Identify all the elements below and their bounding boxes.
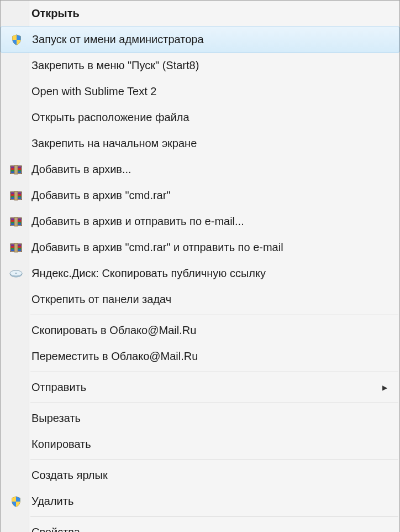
menu-item-label: Вырезать — [31, 412, 393, 425]
menu-item-label: Запуск от имени администратора — [32, 33, 392, 46]
menu-item-label: Добавить в архив и отправить по e-mail..… — [31, 215, 393, 228]
menu-item-добавить-в-архив-cmd-rar[interactable]: Добавить в архив "cmd.rar" — [1, 182, 399, 208]
menu-item-label: Создать ярлык — [31, 469, 393, 482]
shield-icon — [1, 488, 31, 514]
menu-item-добавить-в-архив-cmd-rar-и-отправить-по-[interactable]: Добавить в архив "cmd.rar" и отправить п… — [1, 234, 399, 260]
icon-slot-empty — [1, 519, 31, 532]
context-menu: ОткрытьЗапуск от имени администратораЗак… — [0, 0, 400, 532]
menu-item-label: Открепить от панели задач — [31, 293, 393, 306]
menu-item-label: Закрепить в меню "Пуск" (Start8) — [31, 59, 393, 72]
menu-item-label: Переместить в Облако@Mail.Ru — [31, 350, 393, 363]
submenu-arrow-icon: ▶ — [382, 384, 393, 392]
menu-separator — [30, 372, 398, 372]
icon-slot-empty — [1, 105, 31, 131]
menu-separator — [30, 403, 398, 403]
icon-slot-empty — [1, 405, 31, 431]
icon-slot-empty — [1, 317, 31, 343]
menu-item-закрепить-в-меню-пуск-start8[interactable]: Закрепить в меню "Пуск" (Start8) — [1, 53, 399, 79]
menu-item-label: Яндекс.Диск: Скопировать публичную ссылк… — [31, 267, 393, 280]
menu-item-open-with-sublime-text-2[interactable]: Open with Sublime Text 2 — [1, 79, 399, 105]
menu-item-скопировать-в-облако-mail-ru[interactable]: Скопировать в Облако@Mail.Ru — [1, 317, 399, 343]
winrar-icon — [1, 157, 31, 182]
menu-item-label: Добавить в архив "cmd.rar" и отправить п… — [31, 241, 393, 254]
menu-items-container: ОткрытьЗапуск от имени администратораЗак… — [1, 1, 399, 532]
menu-separator — [30, 315, 398, 315]
menu-item-копировать[interactable]: Копировать — [1, 431, 399, 457]
menu-item-label: Закрепить на начальном экране — [31, 137, 393, 150]
menu-item-label: Свойства — [31, 526, 393, 532]
winrar-icon — [1, 234, 31, 260]
menu-item-открыть-расположение-файла[interactable]: Открыть расположение файла — [1, 105, 399, 131]
menu-item-label: Копировать — [31, 438, 393, 451]
menu-item-label: Добавить в архив "cmd.rar" — [31, 189, 393, 202]
menu-item-открепить-от-панели-задач[interactable]: Открепить от панели задач — [1, 286, 399, 312]
menu-item-создать-ярлык[interactable]: Создать ярлык — [1, 462, 399, 488]
winrar-icon — [1, 182, 31, 208]
icon-slot-empty — [1, 431, 31, 457]
menu-item-добавить-в-архив[interactable]: Добавить в архив... — [1, 157, 399, 182]
menu-item-переместить-в-облако-mail-ru[interactable]: Переместить в Облако@Mail.Ru — [1, 343, 399, 369]
menu-item-label: Скопировать в Облако@Mail.Ru — [31, 324, 393, 337]
disk-icon — [1, 260, 31, 286]
menu-item-label: Отправить — [31, 381, 382, 394]
menu-item-label: Удалить — [31, 495, 393, 508]
menu-separator — [30, 460, 398, 460]
menu-item-вырезать[interactable]: Вырезать — [1, 405, 399, 431]
icon-slot-empty — [1, 374, 31, 400]
menu-item-добавить-в-архив-и-отправить-по-e-mail[interactable]: Добавить в архив и отправить по e-mail..… — [1, 208, 399, 234]
menu-item-label: Открыть — [31, 7, 393, 20]
menu-item-label: Добавить в архив... — [31, 163, 393, 176]
icon-slot-empty — [1, 131, 31, 157]
menu-item-label: Open with Sublime Text 2 — [31, 85, 393, 98]
icon-slot-empty — [1, 53, 31, 79]
menu-item-закрепить-на-начальном-экране[interactable]: Закрепить на начальном экране — [1, 131, 399, 157]
icon-slot-empty — [1, 462, 31, 488]
menu-item-label: Открыть расположение файла — [31, 111, 393, 124]
shield-icon — [1, 27, 32, 52]
menu-separator — [30, 517, 398, 517]
icon-slot-empty — [1, 1, 31, 27]
menu-item-яндекс-диск-скопировать-публичную-ссылку[interactable]: Яндекс.Диск: Скопировать публичную ссылк… — [1, 260, 399, 286]
winrar-icon — [1, 208, 31, 234]
icon-slot-empty — [1, 286, 31, 312]
menu-item-отправить[interactable]: Отправить▶ — [1, 374, 399, 400]
icon-slot-empty — [1, 79, 31, 105]
menu-item-открыть[interactable]: Открыть — [1, 1, 399, 27]
icon-slot-empty — [1, 343, 31, 369]
menu-item-свойства[interactable]: Свойства — [1, 519, 399, 532]
menu-item-удалить[interactable]: Удалить — [1, 488, 399, 514]
menu-item-запуск-от-имени-администратора[interactable]: Запуск от имени администратора — [1, 27, 399, 53]
